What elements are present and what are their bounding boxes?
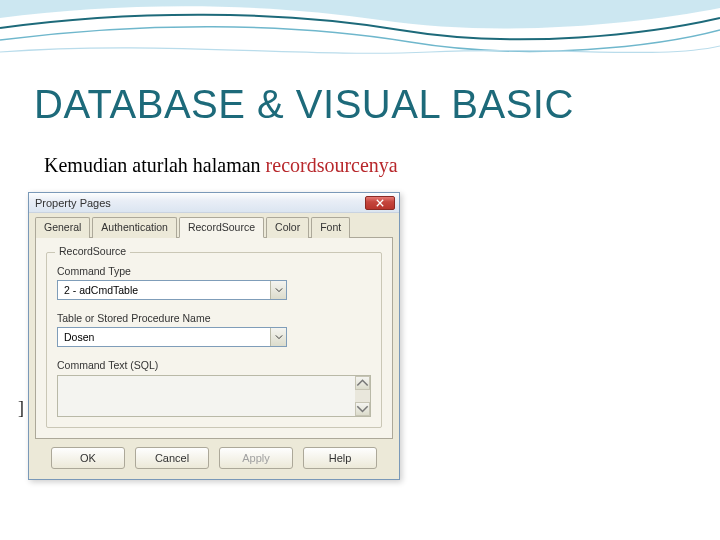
chevron-down-icon — [275, 334, 283, 340]
dialog-titlebar[interactable]: Property Pages — [29, 193, 399, 213]
command-type-label: Command Type — [57, 265, 371, 277]
command-type-dropdown-button[interactable] — [270, 281, 286, 299]
slide-title: DATABASE & VISUAL BASIC — [34, 82, 574, 127]
scroll-down-button[interactable] — [355, 402, 370, 416]
tab-color[interactable]: Color — [266, 217, 309, 238]
table-name-dropdown-button[interactable] — [270, 328, 286, 346]
close-button[interactable] — [365, 196, 395, 210]
stray-bracket: ] — [18, 398, 24, 419]
tab-recordsource[interactable]: RecordSource — [179, 217, 264, 238]
subtitle-accent: recordsourcenya — [266, 154, 398, 176]
chevron-down-icon — [356, 405, 369, 413]
tab-body: RecordSource Command Type 2 - adCmdTable… — [35, 237, 393, 439]
table-name-value: Dosen — [58, 328, 270, 346]
chevron-down-icon — [275, 287, 283, 293]
slide-subtitle: Kemudian aturlah halaman recordsourcenya — [44, 154, 398, 177]
cancel-button[interactable]: Cancel — [135, 447, 209, 469]
property-pages-dialog: Property Pages General Authentication Re… — [28, 192, 400, 480]
table-name-combo[interactable]: Dosen — [57, 327, 287, 347]
ok-button[interactable]: OK — [51, 447, 125, 469]
help-button[interactable]: Help — [303, 447, 377, 469]
recordsource-group: RecordSource Command Type 2 - adCmdTable… — [46, 252, 382, 428]
group-legend: RecordSource — [55, 245, 130, 257]
scroll-track[interactable] — [355, 390, 370, 402]
tab-row: General Authentication RecordSource Colo… — [29, 213, 399, 238]
subtitle-plain: Kemudian aturlah halaman — [44, 154, 266, 176]
dialog-button-row: OK Cancel Apply Help — [29, 439, 399, 479]
command-text-area[interactable] — [57, 375, 371, 417]
command-text-label: Command Text (SQL) — [57, 359, 371, 371]
tab-general[interactable]: General — [35, 217, 90, 238]
tab-font[interactable]: Font — [311, 217, 350, 238]
apply-button[interactable]: Apply — [219, 447, 293, 469]
close-icon — [376, 199, 384, 207]
chevron-up-icon — [356, 379, 369, 387]
command-text-value — [58, 376, 355, 416]
scroll-up-button[interactable] — [355, 376, 370, 390]
dialog-title: Property Pages — [35, 197, 111, 209]
table-name-label: Table or Stored Procedure Name — [57, 312, 371, 324]
textarea-scrollbar[interactable] — [355, 376, 370, 416]
wave-decoration — [0, 0, 720, 70]
command-type-combo[interactable]: 2 - adCmdTable — [57, 280, 287, 300]
tab-authentication[interactable]: Authentication — [92, 217, 177, 238]
command-type-value: 2 - adCmdTable — [58, 281, 270, 299]
